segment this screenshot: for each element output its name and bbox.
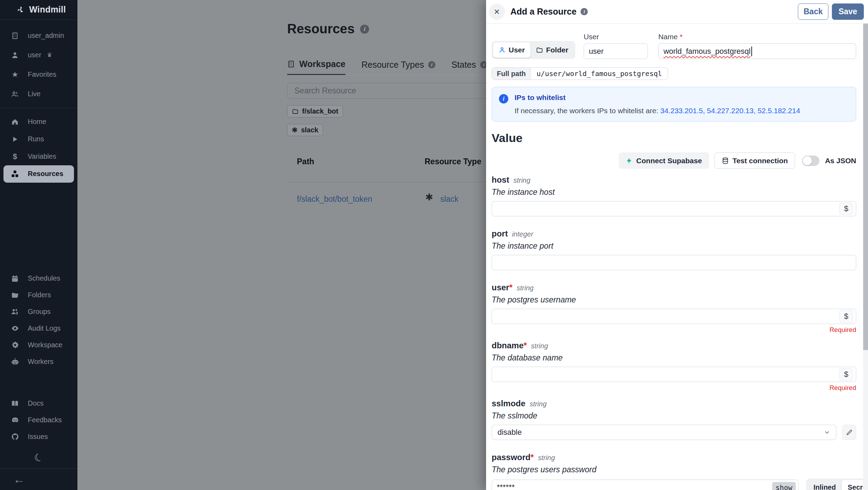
infobox-text: If necessary, the workers IPs to whiteli… <box>515 107 800 115</box>
sidebar-item-runs[interactable]: Runs <box>0 131 77 148</box>
brand-name: Windmill <box>29 5 66 15</box>
field-type: string <box>514 176 531 184</box>
value-actions: Connect Supabase Test connection As JSON <box>492 152 856 169</box>
owner-user-input[interactable] <box>584 43 648 59</box>
sidebar-item-resources[interactable]: Resources <box>3 165 74 183</box>
close-icon[interactable]: × <box>489 4 505 20</box>
resource-field: user* string The postgres username $ Req… <box>492 283 856 334</box>
drawer-scrollbar-thumb[interactable] <box>863 24 868 350</box>
owner-user-option[interactable]: User <box>493 42 531 58</box>
text-caret <box>751 47 752 56</box>
edit-enum-button[interactable] <box>842 425 856 440</box>
drawer-title: Add a Resource i <box>510 7 588 17</box>
column-header-path: Path <box>297 157 314 166</box>
folder-icon <box>10 291 19 299</box>
field-input[interactable] <box>492 201 856 216</box>
eye-icon <box>10 324 19 332</box>
sidebar-item-home[interactable]: Home <box>0 113 77 131</box>
field-name: user <box>492 283 509 292</box>
show-password-button[interactable]: show <box>772 482 796 490</box>
field-description: The postgres username <box>492 295 856 305</box>
field-input[interactable] <box>492 367 856 382</box>
tab-resource-types[interactable]: Resource Types i <box>361 59 435 75</box>
field-input[interactable] <box>492 255 856 270</box>
back-button[interactable]: Back <box>798 3 828 20</box>
save-button[interactable]: Save <box>832 3 864 20</box>
sidebar-item-variables[interactable]: $ Variables <box>0 148 77 165</box>
inlined-option[interactable]: Inlined <box>808 480 842 490</box>
sidebar-item-audit-logs[interactable]: Audit Logs <box>0 320 77 337</box>
insert-variable-button[interactable]: $ <box>839 368 853 381</box>
info-icon: i <box>499 94 508 103</box>
cubes-icon <box>10 170 19 178</box>
sidebar-item-issues[interactable]: Issues <box>0 429 77 445</box>
drawer-header: × Add a Resource i Back Save <box>486 0 868 24</box>
slack-icon: ✱ <box>425 192 433 203</box>
pencil-icon <box>846 429 853 436</box>
field-name: sslmode <box>492 399 525 408</box>
users-icon <box>10 90 19 98</box>
name-field-label: Name * <box>658 33 856 41</box>
tab-states[interactable]: States i <box>451 59 487 75</box>
robot-icon <box>10 358 19 366</box>
resource-type-link[interactable]: slack <box>440 194 458 204</box>
resource-path-link[interactable]: f/slack_bot/bot_token <box>297 194 372 204</box>
supabase-bolt-icon <box>626 157 633 165</box>
folder-icon <box>292 108 299 115</box>
sidebar-item-docs[interactable]: Docs <box>0 395 77 412</box>
sidebar-item-workers[interactable]: Workers <box>0 354 77 370</box>
sidebar-item-live[interactable]: Live <box>0 84 77 104</box>
gear-icon <box>10 341 19 349</box>
tab-workspace[interactable]: Workspace <box>287 59 345 75</box>
field-description: The postgres users password <box>492 465 856 474</box>
owner-kind-toggle: User Folder <box>492 41 575 59</box>
home-icon <box>10 118 19 126</box>
brand[interactable]: Windmill <box>0 0 77 20</box>
sidebar-item-folders[interactable]: Folders <box>0 287 77 304</box>
insert-variable-button[interactable]: $ <box>839 310 853 323</box>
field-type: integer <box>512 230 533 238</box>
insert-variable-button[interactable]: $ <box>839 202 853 215</box>
sidebar-item-feedbacks[interactable]: Feedbacks <box>0 412 77 429</box>
folder-filter-chip[interactable]: f/slack_bot <box>287 105 343 117</box>
field-description: The sslmode <box>492 411 856 421</box>
column-header-resource-type: Resource Type <box>425 157 481 166</box>
as-json-toggle[interactable] <box>802 156 819 166</box>
test-connection-button[interactable]: Test connection <box>715 152 795 169</box>
windmill-app: Windmill user_admin user ♛ ★ Favorites <box>0 0 868 490</box>
star-icon: ★ <box>10 70 19 79</box>
sidebar-item-workspace[interactable]: Workspace <box>0 337 77 354</box>
field-input[interactable] <box>492 309 856 324</box>
field-type: string <box>517 284 534 292</box>
sidebar-item-favorites[interactable]: ★ Favorites <box>0 65 77 84</box>
drawer-body: User Folder User Name * worl <box>486 24 868 490</box>
field-type: string <box>529 400 546 408</box>
sslmode-select[interactable]: disable <box>492 425 836 440</box>
resource-name-input[interactable]: world_famous_postgresql <box>658 43 856 59</box>
ips-whitelist-infobox: i IPs to whitelist If necessary, the wor… <box>492 87 856 122</box>
collapse-sidebar-icon[interactable]: ← <box>13 473 25 485</box>
password-input[interactable] <box>492 480 799 490</box>
sidebar-item-user[interactable]: user ♛ <box>0 45 77 65</box>
owner-folder-option[interactable]: Folder <box>531 42 574 58</box>
user-field-label: User <box>584 33 648 41</box>
resource-field: port integer The instance port <box>492 229 856 270</box>
github-icon <box>10 433 19 441</box>
info-icon: i <box>581 8 588 15</box>
add-resource-drawer: × Add a Resource i Back Save User Folder <box>486 0 868 490</box>
full-path-value: u/user/world_famous_postgresql <box>531 68 667 80</box>
user-icon <box>499 47 506 53</box>
storage-mode-toggle: Inlined Secret <box>806 479 868 490</box>
sidebar-item-groups[interactable]: Groups <box>0 304 77 320</box>
field-type: string <box>538 454 555 462</box>
chevron-down-icon <box>824 429 831 436</box>
resource-fields: host string The instance host $ <box>492 175 856 490</box>
dark-mode-toggle-icon[interactable]: ☾ <box>32 450 45 465</box>
resource-field: dbname* string The database name $ Requi… <box>492 341 856 392</box>
connect-supabase-button[interactable]: Connect Supabase <box>619 152 709 169</box>
resource-type-filter-chip[interactable]: ✱ slack <box>287 124 323 136</box>
field-name: host <box>492 175 509 185</box>
resource-field: host string The instance host $ <box>492 175 856 216</box>
sidebar-item-schedules[interactable]: Schedules <box>0 270 77 287</box>
sidebar-item-workspace-picker[interactable]: user_admin <box>0 26 77 45</box>
